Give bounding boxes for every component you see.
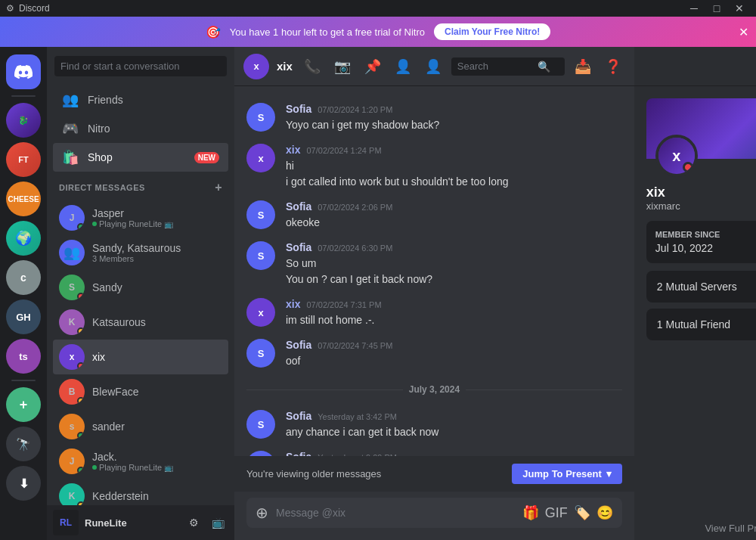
dm-name-sandy: Sandy <box>92 281 222 293</box>
msg-timestamp: 07/02/2024 7:45 PM <box>318 341 392 350</box>
date-divider: July 3, 2024 <box>246 384 622 395</box>
mutual-friend-label: 1 Mutual Friend <box>657 318 730 331</box>
server-icon-1[interactable]: 🐉 <box>6 103 41 138</box>
profile-info-box: Member Since Jul 10, 2022 <box>646 221 756 263</box>
message-add-button[interactable]: ⊕ <box>256 504 268 522</box>
claim-nitro-button[interactable]: Claim Your Free Nitro! <box>434 23 550 40</box>
inbox-button[interactable]: 📥 <box>571 54 595 79</box>
mutual-servers-row[interactable]: 2 Mutual Servers › <box>646 271 756 303</box>
chat-header-avatar: x <box>243 54 269 79</box>
msg-avatar-sofia-3: S <box>246 241 275 270</box>
view-full-profile-button[interactable]: View Full Profile <box>634 517 756 540</box>
dm-item-sander[interactable]: s sander <box>53 409 228 444</box>
dm-item-sandy[interactable]: S Sandy <box>53 270 228 305</box>
msg-text: any chance i can get it back now <box>286 424 622 440</box>
msg-text: okeoke <box>286 215 622 231</box>
msg-text: oof <box>286 353 622 369</box>
dm-item-blewface[interactable]: B BlewFace <box>53 374 228 409</box>
msg-avatar-sofia-5: S <box>246 410 275 439</box>
nav-item-nitro[interactable]: 🎮 Nitro <box>53 114 228 143</box>
msg-author: Sofia <box>286 241 311 253</box>
footer-settings-button[interactable]: ⚙ <box>183 512 204 533</box>
msg-timestamp: 07/02/2024 2:06 PM <box>318 203 392 212</box>
call-button[interactable]: 📞 <box>300 54 324 79</box>
maximize-button[interactable]: □ <box>706 2 727 15</box>
minimize-button[interactable]: ─ <box>683 2 705 15</box>
server-icon-ts[interactable]: ts <box>6 339 41 374</box>
server-icon-gh[interactable]: GH <box>6 299 41 334</box>
msg-timestamp: 07/02/2024 1:24 PM <box>306 146 381 155</box>
msg-content-sofia-4: Sofia 07/02/2024 7:45 PM oof <box>286 339 622 369</box>
sticker-button[interactable]: 🏷️ <box>574 504 590 521</box>
message-input[interactable] <box>276 507 515 519</box>
messages-list: S Sofia 07/02/2024 1:20 PM Yoyo can i ge… <box>234 86 634 456</box>
message-group-xix-1: x xix 07/02/2024 1:24 PM hi i got called… <box>246 144 622 190</box>
jump-to-present-button[interactable]: Jump To Present ▾ <box>512 464 622 484</box>
msg-text: im still not home .-. <box>286 312 622 328</box>
msg-content-sofia-5: Sofia Yesterday at 3:42 PM any chance i … <box>286 410 622 440</box>
dm-item-xix[interactable]: x xix <box>53 340 228 374</box>
msg-timestamp: 07/02/2024 1:20 PM <box>318 105 392 114</box>
dm-item-sandy-group[interactable]: 👥 Sandy, Katsaurous 3 Members <box>53 235 228 270</box>
member-since-value: Jul 10, 2022 <box>655 242 756 254</box>
server-explore-button[interactable]: 🔭 <box>6 427 41 461</box>
search-input[interactable] <box>457 61 533 72</box>
message-group-sofia-2: S Sofia 07/02/2024 2:06 PM okeoke <box>246 200 622 231</box>
emoji-button[interactable]: 😊 <box>596 504 613 521</box>
profile-button[interactable]: 👤 <box>421 54 445 79</box>
msg-content-sofia-6: Sofia Yesterday at 9:09 PM Homiiieeee <box>286 451 622 456</box>
add-dm-button[interactable]: + <box>215 181 222 194</box>
title-bar: ⚙ Discord ─ □ ✕ <box>0 0 756 17</box>
title-bar-title: ⚙ Discord <box>6 3 50 14</box>
dm-name-jack: Jack. <box>92 451 222 463</box>
pin-button[interactable]: 📌 <box>361 54 385 79</box>
msg-avatar-xix-2: x <box>246 298 275 327</box>
video-button[interactable]: 📷 <box>330 54 355 79</box>
server-add-button[interactable]: + <box>6 387 41 422</box>
server-icon-3[interactable]: 🌍 <box>6 221 41 256</box>
gif-button[interactable]: GIF <box>545 505 568 521</box>
shop-icon: 🛍️ <box>62 149 79 166</box>
msg-text: Yoyo can i get my shadow back? <box>286 117 622 133</box>
dm-item-jasper[interactable]: J Jasper Playing RuneLite📺 <box>53 200 228 235</box>
dm-item-kedderstein[interactable]: K Kedderstein <box>53 479 228 505</box>
find-conversation-input[interactable] <box>54 56 227 76</box>
right-panel: 👥 ⋯ x xix xixmarc Member Since Jul 10, 2… <box>634 47 756 540</box>
close-button[interactable]: ✕ <box>729 2 750 15</box>
help-button[interactable]: ❓ <box>601 54 625 79</box>
message-input-wrap: ⊕ 🎁 GIF 🏷️ 😊 <box>246 498 622 528</box>
dm-footer: RL RuneLite ⚙ 📺 <box>47 505 234 540</box>
nitro-banner-text: You have 1 hour left to get a free trial… <box>230 26 425 38</box>
chat-header-actions: 📞 📷 📌 👤 👤 🔍 📥 ❓ <box>300 54 625 79</box>
dm-avatar-kedderstein: K <box>59 483 85 505</box>
server-icon-home[interactable] <box>6 54 41 89</box>
search-icon: 🔍 <box>538 61 550 73</box>
server-icon-c[interactable]: c <box>6 260 41 295</box>
profile-handle: xixmarc <box>646 200 680 212</box>
message-group-xix-2: x xix 07/02/2024 7:31 PM im still not ho… <box>246 298 622 328</box>
dm-name-jasper: Jasper <box>92 207 222 219</box>
nitro-close-button[interactable]: ✕ <box>739 25 748 39</box>
dm-item-katsaurous[interactable]: K Katsaurous <box>53 305 228 340</box>
chat-header-name: xix <box>277 60 293 73</box>
nav-item-friends[interactable]: 👥 Friends <box>53 85 228 114</box>
server-download-button[interactable]: ⬇ <box>6 466 41 501</box>
msg-author: xix <box>286 144 300 156</box>
chevron-down-icon: ▾ <box>606 468 612 479</box>
dm-name-blewface: BlewFace <box>92 386 222 398</box>
server-icon-2[interactable]: FT <box>6 142 41 177</box>
message-group-sofia-4: S Sofia 07/02/2024 7:45 PM oof <box>246 339 622 369</box>
nav-item-shop[interactable]: 🛍️ Shop NEW <box>53 143 228 172</box>
dm-item-jack[interactable]: J Jack. Playing RuneLite📺 <box>53 444 228 479</box>
msg-avatar-sofia-4: S <box>246 339 275 368</box>
message-input-area: ⊕ 🎁 GIF 🏷️ 😊 <box>234 492 634 540</box>
gift-button[interactable]: 🎁 <box>522 504 539 521</box>
footer-screen-button[interactable]: 📺 <box>207 512 228 533</box>
mutual-friend-row[interactable]: 1 Mutual Friend › <box>646 309 756 340</box>
dm-name-xix: xix <box>92 351 222 363</box>
server-icon-cheese[interactable]: CHEESE <box>6 182 41 216</box>
older-messages-banner: You're viewing older messages Jump To Pr… <box>234 456 634 492</box>
profile-status-dot <box>683 162 693 172</box>
input-actions: 🎁 GIF 🏷️ 😊 <box>522 504 613 521</box>
add-friend-button[interactable]: 👤 <box>391 54 415 79</box>
